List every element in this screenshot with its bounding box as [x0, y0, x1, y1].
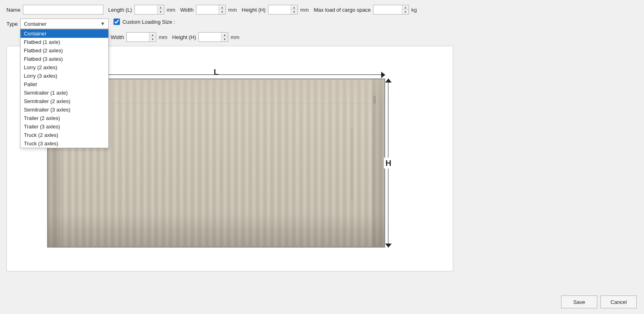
- cl-height-spin-down[interactable]: ▼: [221, 37, 228, 41]
- max-load-spin-up[interactable]: ▲: [402, 5, 409, 10]
- h-arrow-head-down: [385, 244, 392, 248]
- height-input[interactable]: 0: [268, 5, 291, 14]
- height-group: Height (H) 0 ▲ ▼ mm: [242, 5, 309, 14]
- dropdown-item[interactable]: Semitrailer (1 axle): [21, 89, 108, 97]
- cl-width-unit: mm: [159, 34, 167, 40]
- type-label: Type: [6, 21, 18, 27]
- length-spin-up[interactable]: ▲: [157, 5, 164, 10]
- dropdown-item[interactable]: Truck (2 axles): [21, 131, 108, 139]
- dropdown-item[interactable]: Flatbed (2 axles): [21, 46, 108, 55]
- cl-width-group: Width 0 ▲ ▼ mm: [111, 32, 167, 42]
- name-group: Name: [6, 5, 103, 14]
- type-dropdown-wrap: Container ▼ ContainerFlatbed (1 axle)Fla…: [20, 19, 109, 29]
- height-unit: mm: [300, 7, 309, 13]
- dropdown-item[interactable]: Lorry (3 axles): [21, 72, 108, 80]
- width-spin-down[interactable]: ▼: [219, 10, 225, 14]
- custom-loading-checkbox-group: Custom Loading Size :: [114, 19, 175, 25]
- cl-width-spin-down[interactable]: ▼: [149, 37, 156, 41]
- max-load-spin: ▲ ▼: [402, 5, 409, 14]
- height-label: Height (H): [242, 7, 266, 13]
- height-input-wrap: 0 ▲ ▼: [268, 5, 298, 14]
- custom-loading-label: Custom Loading Size :: [122, 19, 175, 25]
- width-unit: mm: [228, 7, 237, 13]
- dropdown-item[interactable]: Trailer (2 axles): [21, 114, 108, 122]
- max-load-unit: kg: [411, 7, 417, 13]
- length-unit: mm: [167, 7, 175, 13]
- custom-loading-row: Custom Loading Size :: [114, 19, 175, 25]
- dropdown-item[interactable]: Lorry (2 axles): [21, 63, 108, 72]
- cl-width-input[interactable]: 0: [127, 33, 149, 41]
- width-group: Width 0 ▲ ▼ mm: [180, 5, 237, 14]
- cl-height-input-wrap: 0 ▲ ▼: [198, 32, 228, 42]
- cl-height-spin: ▲ ▼: [221, 33, 228, 41]
- dropdown-item[interactable]: Flatbed (3 axles): [21, 55, 108, 63]
- h-label: H: [384, 158, 393, 169]
- length-input[interactable]: 0: [135, 5, 157, 14]
- type-select-button[interactable]: Container ▼: [20, 19, 109, 29]
- chevron-down-icon: ▼: [100, 21, 105, 27]
- length-spin: ▲ ▼: [157, 5, 164, 14]
- height-spin-down[interactable]: ▼: [291, 10, 297, 14]
- cancel-button[interactable]: Cancel: [601, 295, 637, 308]
- max-load-spin-down[interactable]: ▼: [402, 10, 409, 14]
- cl-height-input[interactable]: 0: [199, 33, 221, 41]
- footer-buttons: Save Cancel: [561, 295, 637, 308]
- cl-height-unit: mm: [231, 34, 239, 40]
- dropdown-item[interactable]: Pallet: [21, 80, 108, 89]
- l-arrow-head: [381, 72, 385, 78]
- width-input-wrap: 0 ▲ ▼: [196, 5, 226, 14]
- width-input[interactable]: 0: [196, 5, 219, 14]
- name-label: Name: [6, 7, 21, 13]
- length-input-wrap: 0 ▲ ▼: [134, 5, 164, 14]
- h-arrow: H: [382, 78, 394, 248]
- type-group: Type Container ▼ ContainerFlatbed (1 axl…: [6, 19, 109, 29]
- max-load-group: Max load of cargo space 0 ▲ ▼ kg: [314, 5, 417, 14]
- width-spin-up[interactable]: ▲: [219, 5, 225, 10]
- length-label: Length (L): [108, 7, 132, 13]
- dropdown-item[interactable]: Semitrailer (2 axles): [21, 97, 108, 105]
- dropdown-item[interactable]: Semitrailer (3 axles): [21, 105, 108, 114]
- length-group: Length (L) 0 ▲ ▼ mm: [108, 5, 175, 14]
- cl-width-spin: ▲ ▼: [149, 33, 156, 41]
- max-load-input-wrap: 0 ▲ ▼: [373, 5, 409, 14]
- top-row: Name Length (L) 0 ▲ ▼ mm Width 0 ▲ ▼: [6, 5, 638, 14]
- max-load-input[interactable]: 0: [374, 5, 402, 14]
- h-arrow-head-up: [385, 78, 392, 83]
- length-spin-down[interactable]: ▼: [157, 10, 164, 14]
- dropdown-item[interactable]: Flatbed (1 axle): [21, 38, 108, 46]
- width-spin: ▲ ▼: [219, 5, 225, 14]
- dropdown-item[interactable]: Container: [21, 29, 108, 38]
- l-label: L: [214, 68, 219, 77]
- main-panel: Name Length (L) 0 ▲ ▼ mm Width 0 ▲ ▼: [0, 0, 644, 314]
- cl-width-spin-up[interactable]: ▲: [149, 33, 156, 37]
- cl-width-input-wrap: 0 ▲ ▼: [126, 32, 156, 42]
- cl-height-label: Height (H): [172, 34, 196, 40]
- name-input[interactable]: [23, 5, 103, 14]
- dropdown-item[interactable]: Trailer (3 axles): [21, 122, 108, 131]
- cl-height-group: Height (H) 0 ▲ ▼ mm: [172, 32, 239, 42]
- dropdown-item[interactable]: Truck (3 axles): [21, 139, 108, 148]
- width-label: Width: [180, 7, 194, 13]
- max-load-label: Max load of cargo space: [314, 7, 371, 13]
- save-button[interactable]: Save: [561, 295, 597, 308]
- cl-height-spin-up[interactable]: ▲: [221, 33, 228, 37]
- height-spin: ▲ ▼: [291, 5, 297, 14]
- cl-width-label: Width: [111, 34, 124, 40]
- type-dropdown-menu: ContainerFlatbed (1 axle)Flatbed (2 axle…: [20, 29, 109, 148]
- height-spin-up[interactable]: ▲: [291, 5, 297, 10]
- custom-loading-checkbox[interactable]: [114, 19, 120, 25]
- type-selected-value: Container: [24, 21, 46, 27]
